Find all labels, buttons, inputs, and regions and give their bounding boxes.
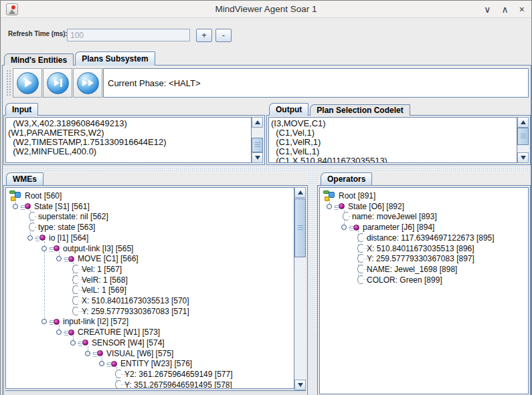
increment-button[interactable]: + xyxy=(196,29,212,42)
play-button[interactable] xyxy=(13,68,42,98)
root-icon xyxy=(323,190,337,201)
tree-node[interactable]: Y: 351.26759646591495 [578] xyxy=(6,380,294,389)
leaf-icon xyxy=(72,296,78,305)
tree-node[interactable]: MOVE [C1] [566] xyxy=(6,253,294,264)
expand-handle[interactable] xyxy=(99,361,104,366)
leaf-icon xyxy=(357,265,363,273)
maximize-button[interactable]: ∧ xyxy=(502,4,509,15)
tree-node[interactable]: Vel: 1 [567] xyxy=(6,264,294,275)
step-icon xyxy=(47,72,69,94)
tree-node[interactable]: State [O6] [892] xyxy=(320,201,528,212)
tree-node[interactable]: Y: 259.57779330367083 [897] xyxy=(320,253,528,264)
tree-node-label: type: state [563] xyxy=(38,223,95,232)
expand-handle[interactable] xyxy=(56,256,62,261)
expand-handle[interactable] xyxy=(41,319,47,324)
tree-node-label: superstate: nil [562] xyxy=(38,213,108,221)
leaf-icon xyxy=(115,380,121,389)
tree-node[interactable]: COLOR: Green [899] xyxy=(320,275,528,285)
scroll-down-button[interactable] xyxy=(517,152,529,163)
close-button[interactable]: × xyxy=(519,4,525,15)
refresh-time-label: Refresh Time (ms): xyxy=(8,30,68,37)
expand-handle[interactable] xyxy=(341,225,347,230)
tree-node[interactable]: input-link [I2] [572] xyxy=(6,316,294,327)
vertical-split-divider[interactable] xyxy=(308,172,317,395)
tab-plans-subsystem[interactable]: Plans Subsystem xyxy=(75,51,155,65)
play-icon xyxy=(17,72,39,94)
tree-node-label: CREATURE [W1] [573] xyxy=(78,328,160,337)
scroll-down-button[interactable] xyxy=(252,152,263,163)
tree-node-label: COLOR: Green [899] xyxy=(367,276,442,285)
expand-handle[interactable] xyxy=(13,204,18,209)
tree-node[interactable]: State [S1] [561] xyxy=(6,201,294,212)
wmes-horizontal-scrollbar[interactable] xyxy=(5,390,306,395)
scroll-up-button[interactable] xyxy=(517,117,529,128)
root-icon xyxy=(9,190,23,201)
step-button[interactable] xyxy=(43,68,72,98)
tree-node[interactable]: X: 510.84011673035513 [570] xyxy=(6,295,294,306)
tab-minds-entities[interactable]: Mind's Entities xyxy=(4,53,74,65)
output-textarea[interactable]: (I3,MOVE,C1) (C1,Vel,1) (C1,VelR,1) (C1,… xyxy=(268,117,517,163)
tree-node[interactable]: VISUAL [W6] [575] xyxy=(6,348,294,359)
expand-handle[interactable] xyxy=(327,204,332,209)
minimize-button[interactable]: ∨ xyxy=(484,4,491,15)
tab-wmes[interactable]: WMEs xyxy=(6,172,43,185)
scroll-thumb[interactable] xyxy=(252,138,263,152)
tree-node[interactable]: CREATURE [W1] [573] xyxy=(6,327,294,338)
decrement-button[interactable]: - xyxy=(215,29,232,42)
tree-node[interactable]: distance: 117.6394697122673 [895] xyxy=(320,233,528,243)
input-vertical-scrollbar[interactable] xyxy=(252,117,263,163)
tree-node[interactable]: Y2: 361.2675964659149 [577] xyxy=(6,369,294,380)
toolbar-grip[interactable] xyxy=(6,70,11,96)
refresh-row: Refresh Time (ms): 100 + - xyxy=(1,19,531,51)
output-vertical-scrollbar[interactable] xyxy=(517,117,529,163)
expand-handle[interactable] xyxy=(27,235,33,241)
tree-node[interactable]: ENTITY [W23] [576] xyxy=(6,358,294,369)
tree-node[interactable]: parameter [J6] [894] xyxy=(320,222,528,233)
input-textarea[interactable]: (W3,X,402.31896084649213) (W1,PARAMETERS… xyxy=(5,117,252,163)
tree-node[interactable]: Y: 259.57779330367083 [571] xyxy=(6,306,294,317)
expand-handle[interactable] xyxy=(41,246,47,251)
tab-operators[interactable]: Operators xyxy=(321,172,372,185)
tree-node[interactable]: output-link [I3] [565] xyxy=(6,243,294,254)
tab-input[interactable]: Input xyxy=(5,103,38,116)
tree-node[interactable]: VelR: 1 [568] xyxy=(6,275,294,285)
scroll-up-button[interactable] xyxy=(252,117,263,128)
tree-node[interactable]: superstate: nil [562] xyxy=(6,211,294,222)
tree-node[interactable]: Root [560] xyxy=(6,190,294,201)
tree-node[interactable]: X: 510.84011673035513 [896] xyxy=(320,243,528,254)
current-phase-field[interactable]: Current Phase: <HALT> xyxy=(103,68,529,98)
wmes-vertical-scrollbar[interactable] xyxy=(294,187,306,390)
horizontal-split-divider[interactable] xyxy=(3,166,531,172)
tree-node[interactable]: type: state [563] xyxy=(6,222,294,233)
tree-node-label: State [S1] [561] xyxy=(34,203,90,211)
leaf-icon xyxy=(357,254,363,263)
tab-plan-selection-codelet[interactable]: Plan Selection Codelet xyxy=(310,104,410,116)
tree-node-label: distance: 117.6394697122673 [895] xyxy=(367,234,495,243)
tree-node[interactable]: SENSOR [W4] [574] xyxy=(6,338,294,348)
scroll-up-button[interactable] xyxy=(294,187,306,198)
tab-output[interactable]: Output xyxy=(269,103,308,116)
app-icon xyxy=(6,3,18,15)
branch-icon xyxy=(39,235,46,241)
leaf-icon xyxy=(343,212,349,221)
operators-tree: Root [891]State [O6] [892]name: moveJewe… xyxy=(319,187,529,394)
expand-handle[interactable] xyxy=(85,351,90,356)
titlebar: MindViewer Agent Soar 1 ∨ ∧ × xyxy=(1,1,531,18)
scroll-down-button[interactable] xyxy=(294,380,306,390)
tree-node[interactable]: Root [891] xyxy=(320,190,528,201)
refresh-time-field[interactable]: 100 xyxy=(67,29,190,41)
scroll-thumb[interactable] xyxy=(294,199,306,257)
expand-handle[interactable] xyxy=(56,330,62,335)
tree-node[interactable]: name: moveJewel [893] xyxy=(320,211,528,222)
expand-handle[interactable] xyxy=(70,340,76,346)
fast-forward-button[interactable] xyxy=(73,68,102,98)
tree-node-label: Vel: 1 [567] xyxy=(82,265,122,274)
tree-node[interactable]: VelL: 1 [569] xyxy=(6,285,294,295)
tree-node[interactable]: NAME: Jewel_1698 [898] xyxy=(320,264,528,275)
branch-icon xyxy=(339,203,345,209)
tree-node[interactable]: io [I1] [564] xyxy=(6,233,294,243)
tree-node-label: Y: 259.57779330367083 [571] xyxy=(82,307,189,316)
tree-node-label: Y: 351.26759646591495 [578] xyxy=(124,381,232,389)
tree-node-label: MOVE [C1] [566] xyxy=(78,255,139,263)
scroll-thumb[interactable] xyxy=(517,128,529,145)
